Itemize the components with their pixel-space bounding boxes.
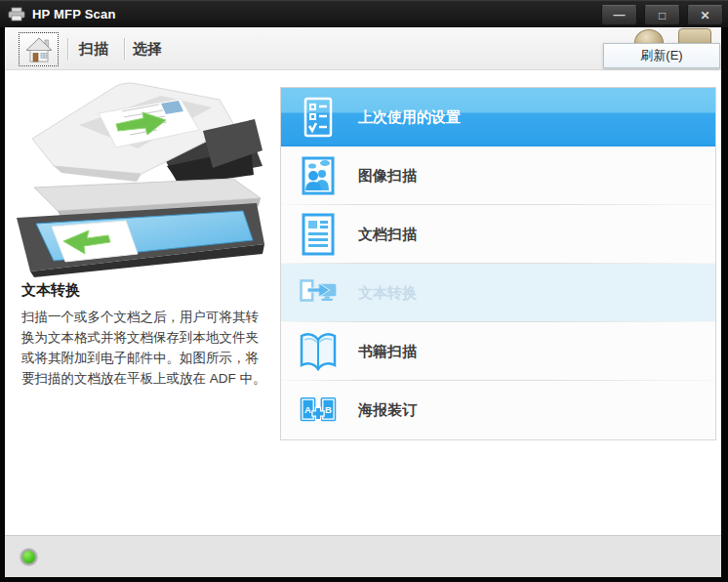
status-bar — [5, 535, 721, 577]
scan-options-list: 上次使用的设置 图像扫描 文档扫描 — [280, 87, 716, 440]
document-scan-icon — [299, 210, 338, 259]
scan-option-6[interactable]: A B 海报装订 — [281, 381, 715, 439]
minimize-icon: — — [614, 8, 626, 21]
window-title: HP MFP Scan — [32, 7, 116, 21]
scan-option-4[interactable]: 文本转换 — [281, 264, 715, 322]
toolbar-divider — [67, 38, 68, 60]
toolbar-divider — [124, 38, 125, 60]
maximize-button[interactable]: □ — [644, 5, 680, 25]
description-heading: 文本转换 — [21, 281, 80, 300]
minimize-button[interactable]: — — [601, 5, 637, 25]
titlebar: HP MFP Scan — □ ✕ — [0, 0, 728, 27]
scanner-illustration — [13, 78, 264, 278]
maximize-icon: □ — [659, 9, 666, 22]
home-icon — [25, 36, 53, 63]
svg-text:A: A — [304, 404, 311, 415]
svg-text:B: B — [325, 404, 332, 415]
toolbar-item-scan[interactable]: 扫描 — [79, 27, 108, 70]
scan-option-5[interactable]: 书籍扫描 — [281, 322, 715, 381]
poster-binding-icon: A B — [299, 386, 338, 435]
toolbar: 扫描 选择 刷新(E) — [5, 27, 721, 70]
book-scan-icon — [299, 327, 338, 376]
home-button[interactable] — [19, 32, 59, 66]
flatbed-illustration — [17, 179, 264, 277]
close-button[interactable]: ✕ — [687, 5, 723, 25]
scan-option-1[interactable]: 上次使用的设置 — [281, 88, 715, 146]
scan-option-3[interactable]: 文档扫描 — [281, 205, 715, 264]
main-content: 文本转换 扫描一个或多个文档之后，用户可将其转换为文本格式并将文档保存到本地文件… — [5, 70, 721, 535]
printer-app-icon — [8, 7, 25, 21]
text-convert-icon — [299, 269, 338, 317]
image-scan-icon — [299, 151, 338, 200]
close-icon: ✕ — [700, 9, 709, 22]
adf-illustration — [32, 83, 263, 186]
status-indicator-icon — [20, 549, 37, 565]
description-body: 扫描一个或多个文档之后，用户可将其转换为文本格式并将文档保存到本地文件夹或将其附… — [21, 307, 269, 389]
scan-option-2[interactable]: 图像扫描 — [281, 146, 715, 205]
refresh-button[interactable]: 刷新(E) — [603, 43, 720, 68]
checklist-icon — [299, 93, 338, 142]
window-controls: — □ ✕ — [601, 5, 723, 25]
toolbar-item-select[interactable]: 选择 — [133, 27, 162, 70]
window-frame: 扫描 选择 刷新(E) — [5, 27, 721, 577]
